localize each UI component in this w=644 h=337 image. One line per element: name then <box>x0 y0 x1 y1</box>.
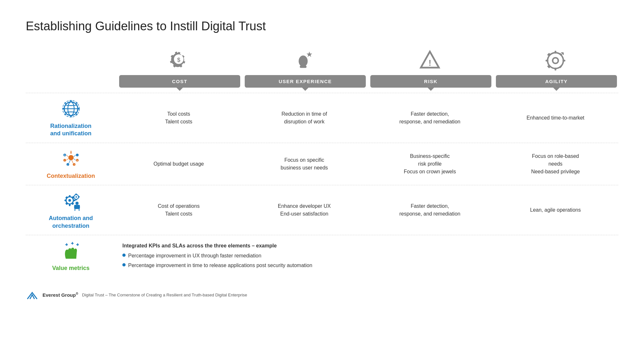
cell-rationalization-cost: Tool costs Talent costs <box>116 105 242 131</box>
cell-automation-cost: Cost of operations Talent costs <box>116 197 242 223</box>
svg-rect-68 <box>66 243 67 246</box>
cell-contextualization-risk: Business-specific risk profile Focus on … <box>367 147 493 181</box>
svg-rect-53 <box>65 196 68 199</box>
cell-rationalization-ux: Reduction in time of disruption of work <box>242 105 367 131</box>
svg-text:A: A <box>64 154 65 157</box>
svg-rect-50 <box>69 204 71 206</box>
svg-rect-59 <box>75 194 77 195</box>
ux-icon-cell <box>242 49 367 75</box>
cost-icon-cell: $ <box>116 49 242 75</box>
svg-rect-51 <box>64 200 67 201</box>
svg-line-45 <box>69 160 70 163</box>
svg-point-1 <box>299 55 308 67</box>
svg-point-64 <box>75 202 79 205</box>
cell-automation-agility: Lean, agile operations <box>493 201 618 219</box>
footer-text: Digital Trust – The Cornerstone of Creat… <box>82 293 247 297</box>
svg-text:✓: ✓ <box>67 163 69 166</box>
cell-contextualization-agility: Focus on role-based needs Need-based pri… <box>493 147 618 181</box>
row-rationalization: Rationalization and unification Tool cos… <box>26 93 618 143</box>
row-label-cell-value: Value metrics <box>26 235 116 277</box>
header-icons-row: $ ! <box>26 49 618 75</box>
value-combined-title: Integrated KPIs and SLAs across the thre… <box>122 243 277 248</box>
ux-icon <box>293 49 316 72</box>
svg-point-58 <box>75 196 77 198</box>
svg-line-41 <box>66 155 68 157</box>
svg-text:!: ! <box>64 159 65 162</box>
cell-rationalization-risk: Faster detection, response, and remediat… <box>367 105 493 131</box>
cell-contextualization-ux: Focus on specific business user needs <box>242 151 367 177</box>
row-icon-automation <box>61 190 81 211</box>
svg-text:✕: ✕ <box>76 159 78 161</box>
value-bullet-1: Percentage improvement in UX through fas… <box>122 252 612 260</box>
value-bullet-2-text: Percentage improvement in time to releas… <box>128 261 312 270</box>
cost-icon: $ <box>167 49 190 72</box>
svg-rect-49 <box>69 195 71 197</box>
row-contextualization: A ! → ✕ ✓ ? Contextualization Optimal bu… <box>26 143 618 185</box>
bullet-dot-1 <box>122 254 126 257</box>
row-label-automation: Automation and orchestration <box>49 215 93 230</box>
row-value-metrics: Value metrics Integrated KPIs and SLAs a… <box>26 235 618 277</box>
bullet-dot-2 <box>122 263 126 266</box>
svg-rect-2 <box>300 66 307 68</box>
svg-rect-8 <box>554 68 556 71</box>
row-label-cell-automation: Automation and orchestration <box>26 185 116 235</box>
svg-rect-70 <box>72 242 72 245</box>
page-title: Establishing Guidelines to Instill Digit… <box>26 19 618 33</box>
svg-marker-3 <box>307 52 312 57</box>
svg-line-46 <box>71 160 73 163</box>
cell-value-combined: Integrated KPIs and SLAs across the thre… <box>116 236 618 276</box>
row-icon-contextualization: A ! → ✕ ✓ ? <box>61 148 81 169</box>
svg-text:→: → <box>76 154 78 157</box>
svg-text:$: $ <box>177 57 180 63</box>
row-label-cell-contextualization: A ! → ✕ ✓ ? Contextualization <box>26 143 116 185</box>
cell-automation-ux: Enhance developer UX End-user satisfacti… <box>242 197 367 223</box>
col-header-agility: AGILITY <box>496 75 617 88</box>
footer-brand: Everest Group® <box>43 292 78 298</box>
footer-reg: ® <box>76 292 78 295</box>
col-header-risk: RISK <box>370 75 491 88</box>
svg-point-27 <box>68 155 73 160</box>
svg-rect-62 <box>78 196 80 197</box>
value-bullets: Percentage improvement in UX through fas… <box>122 252 612 269</box>
agility-icon <box>544 49 567 72</box>
cell-rationalization-agility: Enhanced time-to-market <box>493 109 618 127</box>
svg-rect-7 <box>554 51 556 53</box>
svg-marker-28 <box>70 153 72 154</box>
row-icon-rationalization <box>61 98 81 119</box>
svg-line-44 <box>73 159 76 160</box>
svg-text:?: ? <box>73 163 75 166</box>
svg-rect-10 <box>563 60 565 61</box>
row-label-value: Value metrics <box>52 265 90 272</box>
footer-logo-icon <box>26 290 39 300</box>
agility-icon-cell <box>493 49 618 75</box>
svg-rect-61 <box>73 196 74 197</box>
col-header-cost: COST <box>119 75 240 88</box>
footer: Everest Group® Digital Trust – The Corne… <box>26 290 618 300</box>
cell-contextualization-cost: Optimal budget usage <box>116 155 242 173</box>
svg-line-43 <box>73 155 76 157</box>
svg-rect-72 <box>77 243 78 246</box>
svg-rect-63 <box>74 205 80 209</box>
svg-text:!: ! <box>429 58 431 68</box>
footer-brand-text: Everest Group <box>43 292 76 298</box>
svg-rect-52 <box>73 200 75 201</box>
row-label-rationalization: Rationalization and unification <box>50 122 91 138</box>
col-header-ux: USER EXPERIENCE <box>245 75 366 88</box>
row-automation: Automation and orchestration Cost of ope… <box>26 185 618 235</box>
row-icon-value <box>61 240 81 261</box>
cell-automation-risk: Faster detection, response, and remediat… <box>367 197 493 223</box>
value-bullet-1-text: Percentage improvement in UX through fas… <box>128 252 261 260</box>
value-bullet-2: Percentage improvement in time to releas… <box>122 261 612 270</box>
row-label-cell-rationalization: Rationalization and unification <box>26 93 116 143</box>
header-labels-row: COST USER EXPERIENCE RISK AGILITY <box>26 75 618 88</box>
svg-rect-9 <box>545 60 548 61</box>
svg-line-42 <box>66 159 68 160</box>
svg-point-48 <box>68 199 71 202</box>
row-label-contextualization: Contextualization <box>47 172 95 180</box>
risk-icon-cell: ! <box>367 49 493 75</box>
svg-point-6 <box>553 58 558 63</box>
risk-icon: ! <box>419 49 441 72</box>
svg-rect-60 <box>75 199 77 200</box>
